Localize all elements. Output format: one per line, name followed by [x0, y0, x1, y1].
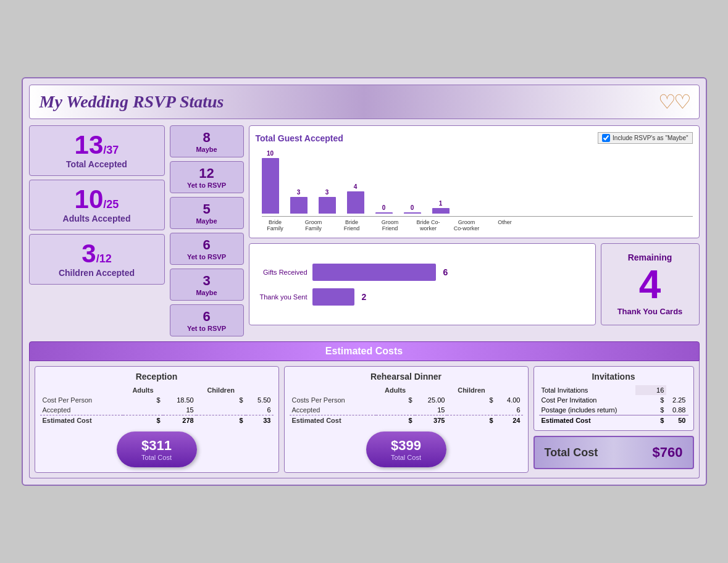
reception-table: Adults Children Cost Per Person $ 18.50 … [40, 385, 274, 425]
adults-maybe-box: 5 Maybe [170, 197, 244, 229]
adults-accepted-box: 10/25 Adults Accepted [29, 180, 165, 230]
hearts-icon: ♡♡ [658, 90, 689, 114]
adults-yet-box: 6 Yet to RSVP [170, 233, 244, 265]
invitations-title: Invitations [539, 372, 688, 382]
children-yet-box: 6 Yet to RSVP [170, 304, 244, 336]
adults-accepted-number: 10/25 [38, 186, 156, 212]
bar-value-4: 0 [382, 204, 386, 211]
chart-title: Total Guest Accepted [256, 133, 343, 143]
gifts-value: 6 [443, 267, 448, 277]
bar-label-1: Groom Family [300, 219, 327, 231]
maybe-checkbox-input[interactable] [602, 134, 610, 142]
main-container: My Wedding RSVP Status ♡♡ 13/37 Total Ac… [22, 77, 707, 486]
adults-yet-num: 6 [177, 237, 237, 253]
reception-cpp-label: Cost Per Person [40, 395, 123, 405]
total-yet-box: 12 Yet to RSVP [170, 161, 244, 193]
bar-col-5: 0 [404, 204, 421, 214]
remaining-box: Remaining 4 Thank You Cards [601, 243, 700, 325]
bar-col-3: 4 [347, 183, 364, 214]
bar-label-6: Other [492, 219, 519, 231]
children-accepted-label: Children Accepted [38, 268, 156, 278]
total-accepted-box: 13/37 Total Accepted [29, 125, 165, 176]
middle-stats: 8 Maybe 12 Yet to RSVP 5 Maybe 6 Yet to … [170, 125, 244, 336]
bar-label-4: Bride Co-worker [415, 219, 442, 231]
inv-total-label: Total Invitations [539, 385, 636, 395]
children-accepted-number: 3/12 [38, 241, 156, 267]
rehearsal-children-header: Children [447, 385, 495, 395]
bar-value-3: 4 [354, 183, 358, 190]
adults-yet-label: Yet to RSVP [177, 253, 237, 261]
costs-body: Reception Adults Children Cost Per Perso… [29, 361, 700, 478]
total-cost-label: Total Cost [545, 446, 598, 459]
bottom-charts-row: Gifts Received 6 Thank you Sent 2 Remain… [249, 243, 700, 325]
total-yet-label: Yet to RSVP [177, 181, 237, 189]
title-bar: My Wedding RSVP Status ♡♡ [29, 85, 700, 119]
page-title: My Wedding RSVP Status [40, 92, 224, 112]
gifts-label: Gifts Received [258, 269, 308, 276]
left-stats: 13/37 Total Accepted 10/25 Adults Accept… [29, 125, 165, 336]
reception-total-oval: $311 Total Cost [117, 432, 197, 467]
bar-rect-6 [432, 208, 450, 214]
bar-rect-1 [290, 197, 308, 214]
bar-value-0: 10 [267, 150, 274, 157]
bar-category-labels: Bride FamilyGroom FamilyBride FriendGroo… [262, 219, 693, 231]
adults-maybe-num: 5 [177, 201, 237, 217]
costs-section: Estimated Costs Reception Adults Childre… [29, 341, 700, 478]
rehearsal-estcost-label: Estimated Cost [290, 415, 376, 426]
adults-accepted-label: Adults Accepted [38, 214, 156, 223]
bar-col-2: 3 [319, 189, 336, 214]
rehearsal-table: Adults Children Costs Per Person $ 25.00… [290, 385, 523, 425]
bar-label-2: Bride Friend [338, 219, 366, 231]
include-maybe-checkbox[interactable]: Include RSVP's as "Maybe" [598, 132, 692, 144]
bar-value-6: 1 [439, 200, 443, 207]
reception-total-amount: $311 [135, 438, 178, 454]
total-cost-amount: $760 [653, 444, 683, 461]
children-maybe-label: Maybe [177, 289, 237, 296]
top-section: 13/37 Total Accepted 10/25 Adults Accept… [29, 125, 700, 336]
children-yet-label: Yet to RSVP [177, 325, 237, 332]
remaining-title: Remaining [608, 252, 693, 262]
inv-postage-label: Postage (includes return) [539, 405, 636, 415]
bar-label-3: Groom Friend [377, 219, 404, 231]
reception-accepted-label: Accepted [40, 405, 123, 415]
bar-label-5: Groom Co-worker [453, 219, 480, 231]
bar-value-1: 3 [297, 189, 301, 196]
reception-panel: Reception Adults Children Cost Per Perso… [35, 366, 279, 473]
thanks-value: 2 [362, 292, 367, 302]
chart-title-row: Total Guest Accepted Include RSVP's as "… [256, 132, 693, 144]
vertical-bar-chart: 10334001 [262, 149, 693, 217]
bar-value-2: 3 [325, 189, 329, 196]
thanks-bar [312, 288, 354, 306]
total-cost-banner: Total Cost $760 [533, 436, 694, 469]
total-accepted-number: 13/37 [38, 132, 156, 158]
guest-accepted-chart: Total Guest Accepted Include RSVP's as "… [249, 125, 700, 238]
invitations-table: Total Invitations 16 Cost Per Invitation… [539, 385, 688, 425]
inv-est-label: Estimated Cost [539, 415, 636, 426]
gifts-bar [312, 264, 436, 281]
costs-header: Estimated Costs [29, 341, 700, 361]
bar-col-0: 10 [262, 150, 279, 214]
reception-adults-header: Adults [123, 385, 162, 395]
rehearsal-title: Rehearsal Dinner [290, 372, 523, 382]
reception-estcost-label: Estimated Cost [40, 415, 123, 426]
rehearsal-cpp-label: Costs Per Person [290, 395, 376, 405]
gifts-chart-box: Gifts Received 6 Thank you Sent 2 [249, 243, 596, 325]
total-accepted-label: Total Accepted [38, 159, 156, 169]
bar-rect-4 [375, 212, 393, 214]
bar-rect-2 [319, 197, 336, 214]
reception-title: Reception [40, 372, 274, 382]
inv-cpp-label: Cost Per Invitation [539, 395, 636, 405]
reception-total-label: Total Cost [135, 454, 178, 461]
children-maybe-box: 3 Maybe [170, 269, 244, 301]
rehearsal-adults-header: Adults [376, 385, 415, 395]
rehearsal-total-oval: $399 Total Cost [366, 432, 446, 467]
rehearsal-total-container: $399 Total Cost [290, 432, 523, 467]
bar-label-0: Bride Family [262, 219, 289, 231]
rehearsal-total-label: Total Cost [385, 454, 428, 461]
gifts-bar-row: Gifts Received 6 [258, 264, 587, 281]
bar-col-4: 0 [375, 204, 393, 214]
total-maybe-label: Maybe [177, 146, 237, 153]
bar-rect-5 [404, 212, 421, 214]
inv-total-value: 16 [635, 385, 666, 395]
remaining-value: 4 [608, 265, 693, 304]
